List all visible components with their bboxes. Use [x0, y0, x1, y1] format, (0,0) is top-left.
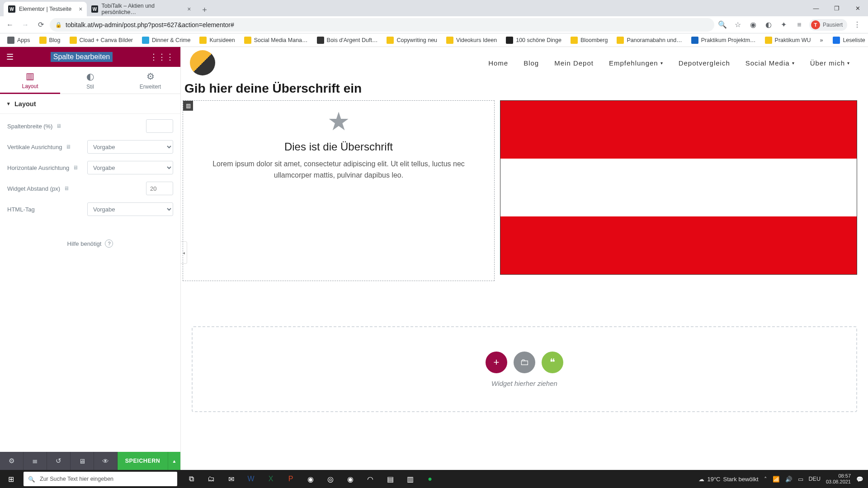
- nav-item-home[interactable]: Home: [488, 59, 508, 67]
- bookmark-item[interactable]: Social Media Mana…: [241, 35, 311, 46]
- column-width-input[interactable]: [146, 119, 173, 133]
- tray-chevron-icon[interactable]: ˄: [764, 476, 767, 483]
- back-button[interactable]: ←: [4, 19, 16, 31]
- taskbar-app-word[interactable]: W: [241, 470, 260, 488]
- bookmark-item[interactable]: Kursideen: [196, 35, 238, 46]
- new-section-dropzone[interactable]: + 🗀 ❝ Widget hierher ziehen: [192, 326, 857, 412]
- taskbar-app-edge[interactable]: ◠: [361, 470, 380, 488]
- navigator-button[interactable]: ≣: [24, 452, 47, 470]
- nav-item-blog[interactable]: Blog: [524, 59, 539, 67]
- bookmark-item[interactable]: Dinner & Crime: [138, 35, 194, 46]
- network-icon[interactable]: 📶: [773, 476, 780, 483]
- forward-button[interactable]: →: [19, 19, 32, 31]
- widgets-grid-icon[interactable]: ⋮⋮⋮: [150, 52, 174, 62]
- zoom-icon[interactable]: 🔍: [717, 19, 728, 30]
- bookmark-item[interactable]: Videokurs Ideen: [443, 35, 500, 46]
- star-icon[interactable]: ☆: [732, 19, 743, 30]
- template-library-button[interactable]: 🗀: [514, 352, 535, 373]
- bookmark-item[interactable]: Cload + Canva Bilder: [66, 35, 137, 46]
- close-window-button[interactable]: ✕: [847, 0, 868, 16]
- horizontal-align-select[interactable]: Vorgabe: [87, 161, 173, 174]
- html-tag-select[interactable]: Vorgabe: [87, 202, 173, 216]
- nav-item-depotvergleich[interactable]: Depotvergleich: [679, 59, 730, 67]
- icon-box-widget[interactable]: ★ Dies ist die Überschrift Lorem ipsum d…: [194, 107, 483, 181]
- bookmarks-overflow[interactable]: »: [816, 35, 826, 45]
- taskbar-app-chrome[interactable]: ◉: [341, 470, 360, 488]
- tab-advanced[interactable]: ⚙ Erweitert: [120, 67, 180, 94]
- bookmark-item[interactable]: Praktikum Projektm…: [688, 35, 760, 46]
- clock[interactable]: 08:57 03.08.2021: [826, 473, 851, 484]
- notifications-icon[interactable]: 💬: [856, 476, 863, 483]
- preview-button[interactable]: 👁: [94, 452, 118, 470]
- widget-gap-input[interactable]: [146, 182, 173, 195]
- image-widget-flag[interactable]: [500, 100, 857, 275]
- bookmark-item[interactable]: 100 schöne Dinge: [502, 35, 565, 46]
- language-indicator[interactable]: DEU: [809, 476, 821, 482]
- menu-icon[interactable]: ☰: [6, 52, 14, 62]
- reading-list-button[interactable]: Leseliste: [829, 35, 868, 46]
- taskbar-app-brave[interactable]: ◉: [301, 470, 320, 488]
- responsive-button[interactable]: 🖥: [71, 452, 94, 470]
- taskbar-app-mail[interactable]: ✉: [222, 470, 241, 488]
- task-view-button[interactable]: ⧉: [182, 470, 201, 488]
- battery-icon[interactable]: ▭: [798, 476, 803, 483]
- bookmark-item[interactable]: Copywriting neu: [383, 35, 441, 46]
- kebab-menu-icon[interactable]: ⋮: [852, 19, 863, 30]
- start-button[interactable]: ⊞: [0, 470, 22, 488]
- apps-button[interactable]: Apps: [4, 35, 34, 46]
- responsive-icon[interactable]: 🖥: [66, 144, 71, 150]
- taskbar-app-notepad[interactable]: ▥: [401, 470, 420, 488]
- bookmark-item[interactable]: Bloomberg: [567, 35, 611, 46]
- nav-item-social[interactable]: Social Media▾: [745, 59, 795, 67]
- taskbar-app-obs[interactable]: ◎: [321, 470, 340, 488]
- browser-tab[interactable]: W TobiTalk – Aktien und persönliche… ×: [87, 2, 195, 16]
- weather-widget[interactable]: ☁ 19°C Stark bewölkt: [698, 476, 758, 483]
- extension-icon[interactable]: ◐: [763, 19, 774, 30]
- close-tab-icon[interactable]: ×: [187, 5, 191, 13]
- maximize-button[interactable]: ❐: [826, 0, 847, 16]
- column-handle-icon[interactable]: ▥: [183, 101, 193, 111]
- responsive-icon[interactable]: 🖥: [73, 164, 78, 171]
- history-button[interactable]: ↺: [47, 452, 71, 470]
- extensions-menu-icon[interactable]: ✦: [778, 19, 789, 30]
- browser-tab-active[interactable]: W Elementor | Testseite ×: [4, 2, 87, 16]
- taskbar-app-powerpoint[interactable]: P: [281, 470, 300, 488]
- nav-item-about[interactable]: Über mich▾: [810, 59, 850, 67]
- responsive-icon[interactable]: 🖥: [64, 185, 69, 192]
- bookmark-item[interactable]: Bois d'Argent Duft…: [313, 35, 382, 46]
- editor-canvas[interactable]: ◂ Home Blog Mein Depot Empfehlungen▾ Dep…: [181, 47, 868, 470]
- reading-list-icon[interactable]: ≡: [794, 19, 805, 30]
- bookmark-item[interactable]: Blog: [36, 35, 64, 46]
- profile-button[interactable]: T Pausiert: [809, 19, 847, 31]
- taskbar-app-explorer[interactable]: 🗂: [202, 470, 221, 488]
- taskbar-app-spotify[interactable]: ●: [420, 470, 439, 488]
- add-section-button[interactable]: +: [486, 352, 507, 373]
- taskbar-app-reader[interactable]: ▤: [381, 470, 400, 488]
- volume-icon[interactable]: 🔊: [785, 476, 793, 483]
- envato-button[interactable]: ❝: [542, 352, 563, 373]
- tab-style[interactable]: ◐ Stil: [60, 67, 120, 94]
- page-heading[interactable]: Gib hier deine Überschrift ein: [181, 79, 868, 100]
- bookmark-item[interactable]: Panoramabahn und…: [613, 35, 685, 46]
- taskbar-search[interactable]: 🔍 Zur Suche Text hier eingeben: [24, 472, 177, 486]
- column-right[interactable]: [500, 100, 857, 281]
- new-tab-button[interactable]: +: [198, 4, 211, 16]
- responsive-icon[interactable]: 🖥: [56, 123, 61, 129]
- address-bar[interactable]: 🔒 tobitalk.at/wp-admin/post.php?post=627…: [50, 18, 714, 32]
- section-toggle-layout[interactable]: ▾ Layout: [0, 94, 180, 114]
- column-left[interactable]: ▥ ★ Dies ist die Überschrift Lorem ipsum…: [183, 100, 495, 281]
- save-button[interactable]: SPEICHERN: [118, 452, 168, 470]
- nav-item-depot[interactable]: Mein Depot: [554, 59, 594, 67]
- site-logo[interactable]: [190, 50, 215, 75]
- reload-button[interactable]: ⟳: [34, 19, 47, 31]
- minimize-button[interactable]: —: [806, 0, 826, 16]
- close-tab-icon[interactable]: ×: [79, 5, 82, 13]
- bookmark-item[interactable]: Praktikum WU: [761, 35, 815, 46]
- taskbar-app-excel[interactable]: X: [261, 470, 280, 488]
- settings-button[interactable]: ⚙: [0, 452, 24, 470]
- vertical-align-select[interactable]: Vorgabe: [87, 140, 173, 154]
- save-options-button[interactable]: ▲: [168, 452, 180, 470]
- nav-item-empfehlungen[interactable]: Empfehlungen▾: [609, 59, 663, 67]
- tab-layout[interactable]: ▥ Layout: [0, 67, 60, 94]
- help-link[interactable]: Hilfe benötigt ?: [0, 239, 180, 248]
